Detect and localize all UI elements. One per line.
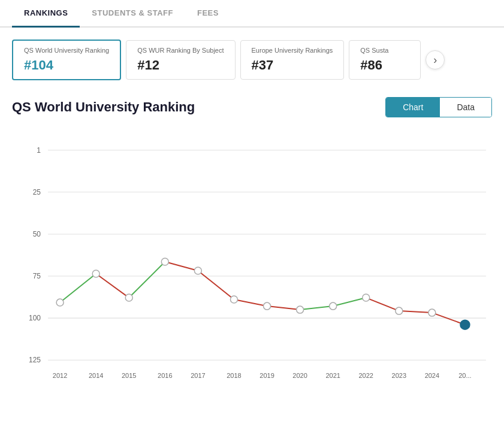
svg-text:20...: 20... <box>458 372 471 379</box>
svg-line-12 <box>60 274 96 302</box>
svg-line-19 <box>300 306 333 310</box>
tab-bar: RANKINGS STUDENTS & STAFF FEES <box>0 0 504 28</box>
ranking-card-europe[interactable]: Europe University Rankings #37 <box>240 40 345 80</box>
svg-text:2018: 2018 <box>227 372 241 379</box>
tab-fees[interactable]: FEES <box>185 0 231 28</box>
data-point-2016 <box>161 258 168 265</box>
svg-line-16 <box>198 271 234 299</box>
svg-line-23 <box>432 313 465 325</box>
ranking-chart: 1 25 50 75 100 125 <box>12 129 492 387</box>
svg-text:50: 50 <box>33 230 41 238</box>
scroll-right-button[interactable]: › <box>425 50 445 69</box>
svg-text:2015: 2015 <box>122 372 136 379</box>
card-value-europe: #37 <box>252 57 333 73</box>
data-point-2017 <box>194 267 201 274</box>
svg-line-22 <box>399 311 432 313</box>
card-title-europe: Europe University Rankings <box>252 47 333 54</box>
ranking-card-qs-world[interactable]: QS World University Ranking #104 <box>12 40 121 80</box>
data-point-2012 <box>56 299 64 306</box>
svg-text:1: 1 <box>37 146 41 155</box>
chevron-right-icon: › <box>433 54 437 66</box>
svg-text:2016: 2016 <box>158 372 172 379</box>
data-point-2014 <box>92 270 99 277</box>
svg-text:2023: 2023 <box>392 372 406 379</box>
tab-students-staff[interactable]: STUDENTS & STAFF <box>80 0 185 28</box>
chart-area: 1 25 50 75 100 125 <box>12 129 492 387</box>
data-point-2025-current <box>460 320 470 329</box>
svg-text:2021: 2021 <box>325 372 340 379</box>
svg-text:2024: 2024 <box>425 372 439 379</box>
card-value-qs-wur: #12 <box>137 57 224 73</box>
tab-rankings[interactable]: RANKINGS <box>12 0 80 28</box>
ranking-cards-row: QS World University Ranking #104 QS WUR … <box>0 40 504 80</box>
ranking-card-qs-susta[interactable]: QS Susta #86 <box>349 40 421 80</box>
card-title-qs-world: QS World University Ranking <box>24 47 109 54</box>
svg-line-17 <box>234 299 267 306</box>
card-value-qs-susta: #86 <box>360 57 409 73</box>
card-value-qs-world: #104 <box>24 57 109 73</box>
card-title-qs-susta: QS Susta <box>360 47 409 54</box>
data-point-2023 <box>396 307 403 314</box>
data-point-2019 <box>264 302 271 310</box>
data-point-2020 <box>297 306 304 313</box>
svg-text:2014: 2014 <box>89 372 103 379</box>
section-header: QS World University Ranking Chart Data <box>0 97 504 117</box>
svg-text:2012: 2012 <box>53 372 67 379</box>
svg-text:100: 100 <box>29 314 41 322</box>
data-toggle-button[interactable]: Data <box>440 98 491 117</box>
svg-text:25: 25 <box>33 188 41 196</box>
svg-text:2020: 2020 <box>292 372 307 379</box>
chart-data-toggle: Chart Data <box>385 97 492 117</box>
ranking-card-qs-wur[interactable]: QS WUR Ranking By Subject #12 <box>126 40 235 80</box>
data-point-2022 <box>363 294 370 301</box>
data-point-2018 <box>230 296 237 303</box>
svg-line-15 <box>165 262 198 271</box>
section-title: QS World University Ranking <box>12 99 195 115</box>
svg-text:75: 75 <box>33 272 41 280</box>
svg-line-14 <box>129 262 165 298</box>
svg-text:2019: 2019 <box>259 372 274 379</box>
svg-line-13 <box>96 274 129 298</box>
svg-line-20 <box>333 298 366 306</box>
chart-container: 1 25 50 75 100 125 <box>0 129 504 399</box>
data-point-2021 <box>330 302 337 310</box>
card-title-qs-wur: QS WUR Ranking By Subject <box>137 47 224 54</box>
data-point-2024 <box>428 309 436 316</box>
svg-text:125: 125 <box>29 356 41 364</box>
svg-line-21 <box>366 298 399 311</box>
chart-toggle-button[interactable]: Chart <box>386 98 440 117</box>
svg-text:2022: 2022 <box>358 372 373 379</box>
svg-text:2017: 2017 <box>191 372 205 379</box>
svg-line-18 <box>267 306 300 310</box>
data-point-2015 <box>125 294 132 301</box>
